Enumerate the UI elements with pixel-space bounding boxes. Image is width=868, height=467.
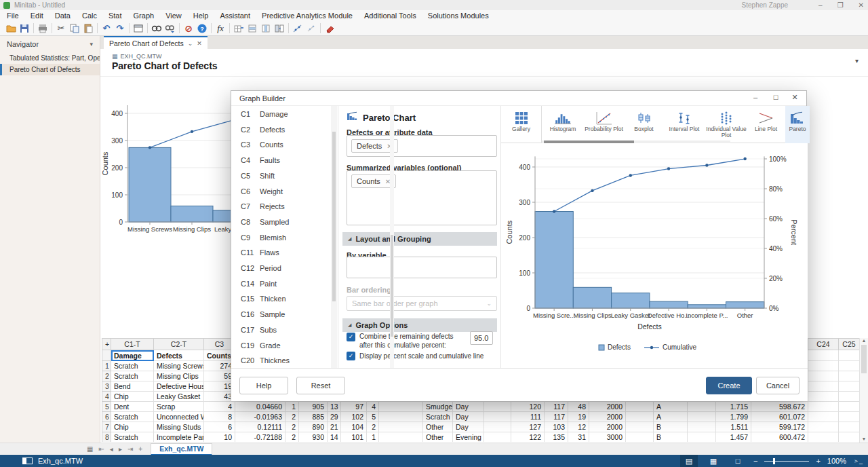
- grid-cell[interactable]: 930: [299, 432, 328, 443]
- column-item-c3[interactable]: C3Counts: [231, 141, 330, 154]
- insert-cells-icon[interactable]: [232, 22, 245, 35]
- grid-cell[interactable]: 2: [285, 432, 299, 443]
- gallery-item-line-plot[interactable]: Line Plot: [747, 106, 785, 143]
- column-name-cell[interactable]: Damage: [111, 350, 154, 361]
- tab-pareto-chart-of-defects[interactable]: Pareto Chart of Defects ⌄ ✕: [104, 36, 208, 49]
- grid-cell[interactable]: 2000: [589, 402, 626, 412]
- grid-cell[interactable]: 885: [299, 412, 328, 422]
- row-number[interactable]: 4: [102, 392, 111, 402]
- zoom-slider[interactable]: [764, 461, 809, 462]
- grid-cell[interactable]: [839, 412, 860, 422]
- grid-cell[interactable]: 31: [568, 432, 589, 443]
- window-close-button[interactable]: ✕: [859, 1, 864, 9]
- grid-cell[interactable]: [839, 361, 860, 371]
- gallery-scrollbar[interactable]: [542, 141, 730, 143]
- column-item-c7[interactable]: C7Rejects: [231, 202, 330, 216]
- grid-cell[interactable]: 5: [367, 412, 379, 422]
- cut-icon[interactable]: ✂: [54, 22, 68, 35]
- grid-cell[interactable]: 1.715: [716, 402, 751, 412]
- gallery-item-pareto[interactable]: Pareto: [785, 106, 810, 143]
- column-item-c5[interactable]: C5Shift: [231, 172, 330, 185]
- brush-points-icon[interactable]: [304, 22, 318, 35]
- menu-calc[interactable]: Calc: [82, 12, 97, 20]
- new-window-icon[interactable]: [132, 22, 145, 35]
- grid-cell[interactable]: Scratch: [111, 361, 154, 371]
- grid-cell[interactable]: 6: [204, 422, 235, 432]
- columns-list-scrollbar[interactable]: [331, 106, 337, 368]
- grid-cell[interactable]: [626, 412, 654, 422]
- gallery-item-probability-plot[interactable]: Probability Plot: [583, 106, 625, 143]
- menu-data[interactable]: Data: [55, 12, 71, 20]
- defects-field[interactable]: Defects✕: [347, 135, 497, 157]
- grid-cell[interactable]: 1: [285, 402, 299, 412]
- grid-cell[interactable]: [808, 402, 839, 412]
- row-number[interactable]: 5: [102, 402, 111, 412]
- column-item-c4[interactable]: C4Faults: [231, 156, 330, 170]
- grid-row-8[interactable]: 8ScratchIncomplete Part10-0.721882930141…: [102, 432, 860, 443]
- grid-cell[interactable]: 10: [204, 432, 235, 443]
- grid-cell[interactable]: [484, 422, 511, 432]
- grid-cell[interactable]: Scratch: [111, 432, 154, 443]
- grid-cell[interactable]: [484, 432, 511, 443]
- dialog-maximize-icon[interactable]: □: [770, 93, 782, 101]
- grid-cell[interactable]: Other: [423, 422, 453, 432]
- output-options-caret-icon[interactable]: ▾: [855, 57, 859, 64]
- menu-graph[interactable]: Graph: [134, 12, 155, 20]
- redo-icon[interactable]: ↷: [113, 22, 127, 35]
- view-output-icon[interactable]: ▤: [680, 455, 698, 467]
- dialog-titlebar[interactable]: Graph Builder – □ ✕: [231, 91, 806, 106]
- row-number[interactable]: 3: [102, 381, 111, 392]
- grid-cell[interactable]: 97: [341, 402, 367, 412]
- grid-cell[interactable]: Other: [423, 432, 453, 443]
- grid-cell[interactable]: [839, 432, 860, 443]
- column-item-c1[interactable]: C1Damage: [231, 110, 330, 124]
- grid-cell[interactable]: [626, 402, 654, 412]
- grid-cell[interactable]: [808, 361, 839, 371]
- section-graph-options[interactable]: ◢ Graph Options: [342, 318, 497, 332]
- grid-cell[interactable]: 1: [367, 432, 379, 443]
- navigator-item-pareto-chart-of-defects[interactable]: Pareto Chart of Defects: [0, 64, 100, 75]
- summarized-field[interactable]: Counts✕: [347, 170, 497, 225]
- scroll-down-icon[interactable]: ▼: [860, 436, 868, 441]
- grid-cell[interactable]: [808, 432, 839, 443]
- grid-cell[interactable]: B: [654, 422, 688, 432]
- menu-file[interactable]: File: [7, 12, 19, 20]
- grid-cell[interactable]: Missing Studs: [154, 422, 204, 432]
- grid-cell[interactable]: 0.12111: [235, 422, 285, 432]
- grid-cell[interactable]: 8: [204, 412, 235, 422]
- column-item-c14[interactable]: C14Paint: [231, 280, 330, 293]
- grid-cell[interactable]: [808, 392, 839, 402]
- menu-predictive-analytics-module[interactable]: Predictive Analytics Module: [262, 12, 353, 20]
- chevron-down-icon[interactable]: ▾: [90, 41, 93, 48]
- grid-cell[interactable]: 1.799: [716, 412, 751, 422]
- column-item-c8[interactable]: C8Sampled: [231, 218, 330, 231]
- prev-sheet-icon[interactable]: ◂: [110, 445, 113, 453]
- grid-vertical-scrollbar[interactable]: ▲ ▼: [859, 338, 868, 443]
- grid-cell[interactable]: 2: [285, 412, 299, 422]
- cancel-button[interactable]: Cancel: [756, 377, 800, 394]
- menu-help[interactable]: Help: [193, 12, 209, 20]
- grid-cell[interactable]: Scrap: [154, 402, 204, 412]
- column-header-c2-t[interactable]: C2-T: [154, 339, 204, 350]
- gallery-item-individual-value-plot[interactable]: Individual Value Plot: [706, 106, 747, 143]
- zoom-in-icon[interactable]: +: [816, 457, 820, 465]
- grid-cell[interactable]: 4: [204, 402, 235, 412]
- scroll-thumb[interactable]: [861, 345, 867, 373]
- column-stats-icon[interactable]: [259, 22, 273, 35]
- grid-cell[interactable]: [839, 402, 860, 412]
- display-percent-checkbox[interactable]: ✓: [347, 352, 355, 360]
- edit-graph-icon[interactable]: [291, 22, 304, 35]
- help-icon[interactable]: ?: [195, 22, 209, 35]
- grid-cell[interactable]: Defective Housi: [154, 381, 204, 392]
- column-item-c17[interactable]: C17Subs: [231, 326, 330, 339]
- column-header-c24[interactable]: C24: [808, 339, 839, 350]
- help-button[interactable]: Help: [239, 377, 288, 394]
- zoom-level[interactable]: 100%: [827, 457, 846, 465]
- column-item-c2[interactable]: C2Defects: [231, 126, 330, 139]
- tab-dropdown-icon[interactable]: ⌄: [188, 40, 193, 47]
- grid-cell[interactable]: Leaky Gasket: [154, 392, 204, 402]
- grid-cell[interactable]: Unconnected Wir: [154, 412, 204, 422]
- grid-cell[interactable]: Smudge: [423, 402, 453, 412]
- grid-cell[interactable]: 13: [328, 402, 341, 412]
- first-sheet-icon[interactable]: ⇤: [98, 445, 104, 453]
